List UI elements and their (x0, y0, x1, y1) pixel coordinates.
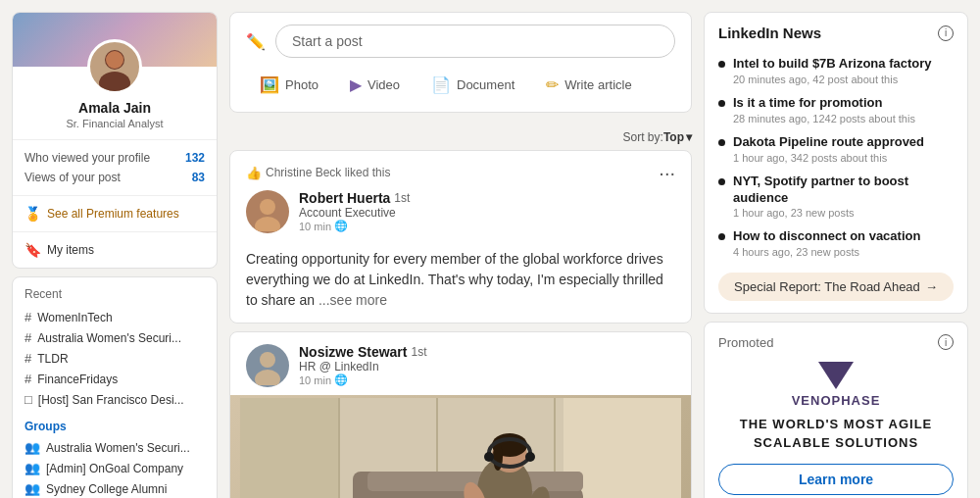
brand-tagline: THE WORLD'S MOST AGILESCALABLE SOLUTIONS (718, 416, 954, 451)
special-report-button[interactable]: Special Report: The Road Ahead → (718, 273, 954, 301)
hashtag-icon: # (24, 330, 31, 345)
promoted-info-icon[interactable]: i (938, 334, 954, 350)
list-item[interactable]: □ [Host] San Francisco Desi... (24, 389, 205, 410)
article-label: Write article (564, 77, 631, 92)
recent-list: # WomenInTech # Australia Women's Securi… (24, 307, 205, 410)
list-item[interactable]: # Australia Women's Securi... (24, 327, 205, 348)
list-item[interactable]: # FinanceFridays (24, 369, 205, 389)
premium-icon: 🏅 (24, 206, 41, 222)
left-sidebar: Amala Jain Sr. Financial Analyst Who vie… (12, 12, 218, 498)
chevron-down-icon: ▾ (686, 130, 692, 144)
learn-more-button[interactable]: Learn more (718, 464, 954, 495)
liked-by-text: 👍 Christine Beck liked this (246, 166, 390, 180)
main-feed: ✏️ Start a post 🖼️ Photo ▶ Video 📄 Docum… (229, 12, 692, 498)
news-item-title: NYT, Spotify partner to boost audience (733, 174, 954, 207)
items-label: My items (47, 243, 94, 257)
connection-badge: 1st (394, 191, 410, 205)
video-button[interactable]: ▶ Video (336, 70, 414, 100)
list-item[interactable]: 👥 Sydney College Alumni (24, 478, 205, 498)
globe-icon: 🌐 (334, 220, 348, 232)
views-count: 83 (192, 171, 205, 184)
brand-name: VENOPHASE (792, 393, 881, 408)
arrow-icon: → (925, 279, 938, 294)
news-title: LinkedIn News (718, 25, 821, 41)
list-item[interactable]: # TLDR (24, 348, 205, 369)
right-sidebar: LinkedIn News i Intel to build $7B Arizo… (704, 12, 968, 498)
svg-point-6 (255, 370, 280, 385)
news-item[interactable]: Intel to build $7B Arizona factory 20 mi… (718, 51, 954, 90)
svg-point-2 (106, 51, 123, 69)
document-button[interactable]: 📄 Document (417, 70, 528, 100)
svg-point-1 (99, 72, 130, 91)
news-item-meta: 20 minutes ago, 42 post about this (733, 74, 954, 85)
connection-badge-2: 1st (411, 345, 426, 359)
news-item[interactable]: Is it a time for promotion 28 minutes ag… (718, 90, 954, 129)
start-post-input[interactable]: Start a post (275, 25, 675, 58)
news-list: Intel to build $7B Arizona factory 20 mi… (718, 51, 954, 263)
recent-item-text: [Host] San Francisco Desi... (38, 393, 184, 407)
news-item-meta: 1 hour ago, 342 posts about this (733, 152, 954, 164)
who-viewed-row[interactable]: Who viewed your profile 132 (24, 148, 205, 168)
poster-role-2: HR @ LinkedIn (299, 360, 675, 374)
poster-name[interactable]: Robert Huerta (299, 190, 390, 206)
news-item[interactable]: NYT, Spotify partner to boost audience 1… (718, 169, 954, 224)
post-box: ✏️ Start a post 🖼️ Photo ▶ Video 📄 Docum… (229, 12, 692, 113)
hashtag-icon: # (24, 372, 31, 386)
post-image (230, 395, 691, 498)
sort-value: Top (663, 130, 684, 144)
profile-card: Amala Jain Sr. Financial Analyst Who vie… (12, 12, 218, 269)
list-item[interactable]: # WomenInTech (24, 307, 205, 327)
page-icon: □ (24, 392, 32, 407)
news-dot (718, 178, 725, 185)
news-item[interactable]: How to disconnect on vacation 4 hours ag… (718, 224, 954, 263)
poster-role: Account Executive (299, 206, 675, 220)
special-report-label: Special Report: The Road Ahead (734, 279, 920, 294)
svg-point-4 (255, 217, 280, 231)
feed-post-1: 👍 Christine Beck liked this ··· (229, 150, 692, 324)
news-item-content: Dakota Pipeline route approved 1 hour ag… (733, 134, 954, 164)
write-article-button[interactable]: ✏ Write article (532, 70, 645, 100)
photo-button[interactable]: 🖼️ Photo (246, 70, 332, 100)
who-viewed-count: 132 (185, 151, 205, 165)
svg-point-23 (525, 452, 535, 462)
news-item-meta: 4 hours ago, 23 new posts (733, 246, 954, 258)
group-icon: 👥 (24, 481, 40, 496)
svg-point-22 (484, 452, 494, 462)
news-item-title: How to disconnect on vacation (733, 228, 954, 245)
edit-icon: ✏️ (246, 32, 266, 51)
my-items-row[interactable]: 🔖 My items (13, 231, 217, 268)
group-icon: 👥 (24, 440, 40, 455)
brand-triangle-icon (818, 362, 854, 389)
news-dot (718, 233, 725, 240)
list-item[interactable]: 👥 Australia Women's Securi... (24, 437, 205, 458)
views-row[interactable]: Views of your post 83 (24, 168, 205, 187)
see-more-link[interactable]: ...see more (318, 292, 387, 308)
list-item[interactable]: 👥 [Admin] OnGoal Company (24, 458, 205, 478)
poster-avatar (246, 190, 289, 233)
hashtag-icon: # (24, 351, 31, 366)
sort-top-button[interactable]: Top ▾ (663, 130, 692, 144)
views-label: Views of your post (24, 171, 121, 184)
news-item-content: How to disconnect on vacation 4 hours ag… (733, 228, 954, 258)
info-icon[interactable]: i (938, 25, 954, 41)
recent-item-text: WomenInTech (37, 311, 112, 324)
promoted-logo: VENOPHASE (718, 362, 954, 408)
news-item-content: Is it a time for promotion 28 minutes ag… (733, 95, 954, 124)
group-item-text: Sydney College Alumni (46, 482, 167, 496)
post-actions: 🖼️ Photo ▶ Video 📄 Document ✏ Write arti… (246, 70, 675, 100)
post-time-2: 10 min 🌐 (299, 374, 675, 386)
svg-rect-9 (338, 398, 340, 499)
news-item[interactable]: Dakota Pipeline route approved 1 hour ag… (718, 129, 954, 169)
photo-label: Photo (285, 77, 318, 92)
group-item-text: Australia Women's Securi... (46, 441, 190, 455)
news-item-content: Intel to build $7B Arizona factory 20 mi… (733, 56, 954, 85)
poster-name-2[interactable]: Nosizwe Stewart (299, 344, 407, 360)
profile-title: Sr. Financial Analyst (13, 116, 217, 139)
group-item-text: [Admin] OnGoal Company (46, 462, 183, 475)
profile-stats: Who viewed your profile 132 Views of you… (13, 139, 217, 195)
more-options-button[interactable]: ··· (659, 163, 675, 182)
news-item-title: Is it a time for promotion (733, 95, 954, 112)
sort-row: Sort by: Top ▾ (229, 121, 692, 150)
premium-row[interactable]: 🏅 See all Premium features (13, 195, 217, 231)
news-card: LinkedIn News i Intel to build $7B Arizo… (704, 12, 968, 314)
